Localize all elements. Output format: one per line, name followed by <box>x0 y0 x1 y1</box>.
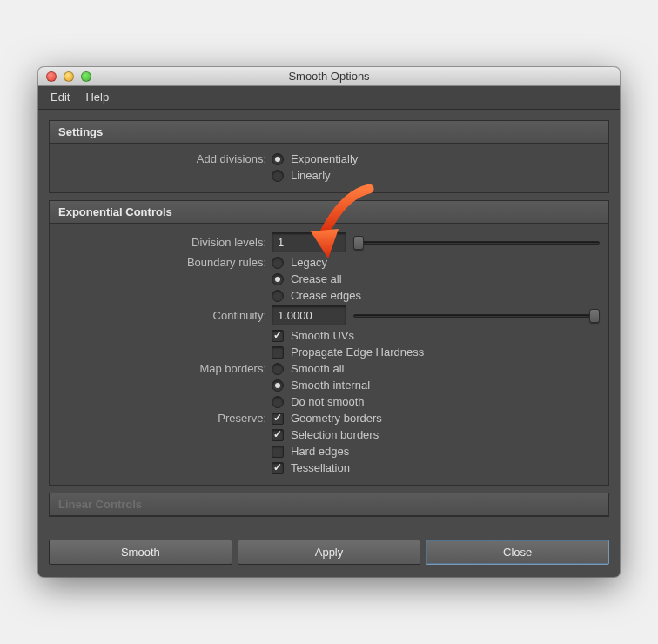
apply-button[interactable]: Apply <box>238 540 421 565</box>
button-bar: Smooth Apply Close <box>38 534 620 577</box>
check-tessellation-label: Tessellation <box>291 461 350 474</box>
radio-smooth-internal-label: Smooth internal <box>291 379 370 392</box>
close-icon[interactable] <box>46 71 57 82</box>
window-title: Smooth Options <box>38 70 620 83</box>
add-divisions-label: Add divisions: <box>58 152 272 165</box>
boundary-rules-label: Boundary rules: <box>58 256 272 269</box>
radio-legacy-label: Legacy <box>291 256 327 269</box>
dialog-body: Settings Add divisions: Exponentially Li… <box>38 110 620 534</box>
settings-header: Settings <box>50 121 608 144</box>
radio-crease-edges[interactable] <box>272 290 284 302</box>
check-hard-label: Hard edges <box>291 445 349 458</box>
zoom-icon[interactable] <box>81 71 91 82</box>
titlebar: Smooth Options <box>38 67 620 86</box>
check-hard-edges[interactable] <box>272 446 284 458</box>
check-geometry-borders[interactable] <box>272 413 284 425</box>
minimize-icon[interactable] <box>64 71 74 82</box>
radio-linearly[interactable] <box>272 170 284 182</box>
check-smooth-uvs-label: Smooth UVs <box>291 329 354 342</box>
radio-crease-all-label: Crease all <box>291 272 342 285</box>
radio-do-not-smooth[interactable] <box>272 396 284 408</box>
radio-exponentially[interactable] <box>272 153 284 165</box>
radio-exponentially-label: Exponentially <box>291 152 358 165</box>
check-smooth-uvs[interactable] <box>272 330 284 342</box>
menu-help[interactable]: Help <box>85 91 109 104</box>
radio-smooth-all-label: Smooth all <box>291 362 344 375</box>
menu-edit[interactable]: Edit <box>50 91 70 104</box>
radio-linearly-label: Linearly <box>291 169 331 182</box>
radio-crease-edges-label: Crease edges <box>291 289 361 302</box>
preserve-label: Preserve: <box>58 412 272 425</box>
division-levels-label: Division levels: <box>58 236 272 249</box>
check-selection-borders[interactable] <box>272 429 284 441</box>
linear-header: Linear Controls <box>50 493 608 516</box>
exponential-header: Exponential Controls <box>50 201 608 224</box>
map-borders-label: Map borders: <box>58 362 272 375</box>
radio-smooth-all[interactable] <box>272 363 284 375</box>
division-levels-input[interactable]: 1 <box>272 232 346 252</box>
close-button[interactable]: Close <box>426 540 609 565</box>
continuity-input[interactable]: 1.0000 <box>272 305 346 325</box>
smooth-options-window: Smooth Options Edit Help Settings Add di… <box>38 67 620 577</box>
check-geometry-label: Geometry borders <box>291 412 382 425</box>
check-tessellation[interactable] <box>272 462 284 474</box>
radio-smooth-internal[interactable] <box>272 379 284 392</box>
division-levels-slider[interactable] <box>353 237 600 249</box>
exponential-panel: Exponential Controls Division levels: 1 … <box>49 200 609 486</box>
smooth-button[interactable]: Smooth <box>49 540 232 565</box>
check-propagate-edge-hardness[interactable] <box>272 346 284 359</box>
radio-crease-all[interactable] <box>272 273 284 285</box>
linear-panel: Linear Controls <box>49 493 609 517</box>
check-propagate-label: Propagate Edge Hardness <box>291 345 424 359</box>
traffic-lights <box>38 71 91 82</box>
radio-do-not-smooth-label: Do not smooth <box>291 395 365 408</box>
continuity-slider[interactable] <box>353 310 600 322</box>
check-selection-label: Selection borders <box>291 428 379 441</box>
menubar: Edit Help <box>38 86 620 110</box>
settings-panel: Settings Add divisions: Exponentially Li… <box>49 120 609 193</box>
continuity-label: Continuity: <box>58 309 272 322</box>
radio-legacy[interactable] <box>272 257 284 269</box>
